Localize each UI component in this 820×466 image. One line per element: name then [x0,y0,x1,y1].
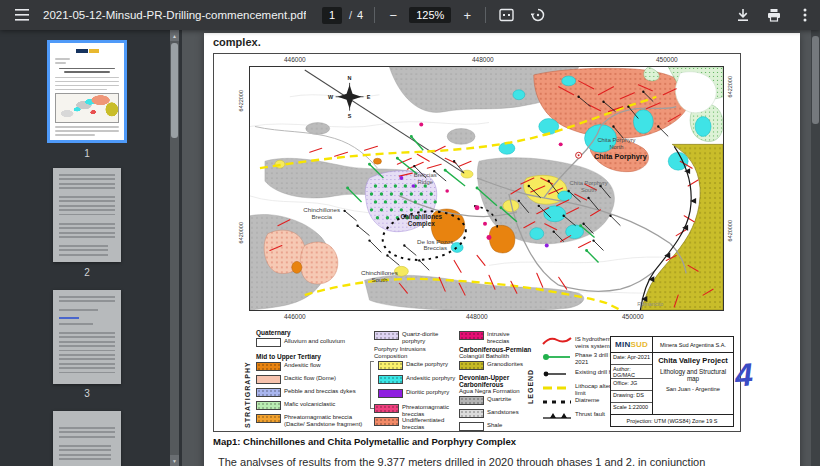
legend-label: Dioritic porphyry [406,389,461,396]
legend-subheader: Porphyry Intrusions Composition [374,346,444,359]
zoom-in-button[interactable]: + [460,8,474,23]
toolbar-divider [485,7,486,23]
map-coord: 6420000 [238,222,244,243]
lithocap-symbol [542,383,572,393]
sidebar-scroll-up-icon[interactable]: ▲ [170,30,179,41]
legend-swatch [459,331,484,340]
legend-axis-label: LEGEND [527,344,534,404]
legend-label: Alluvium and colluvium [284,338,370,345]
map-label: Romancito [637,301,663,307]
page-count: 4 [357,9,363,21]
stratigraphy-axis-label: STRATIGRAPHY [244,332,251,428]
title-block-meta: Date: Apr-2021 Author: DG/MAC Office: JG… [611,353,653,414]
legend-label: Sandstones [487,409,533,416]
diatreme-symbol [542,397,572,407]
compass-s: S [348,113,352,119]
map-label: Breccia [311,213,332,220]
download-icon[interactable] [734,6,752,24]
page-divider: / [349,9,352,21]
main-scrollbar-thumb[interactable] [812,36,819,124]
thrust-fault-symbol [542,411,572,421]
porphyry-bracket [370,361,374,409]
page-number-input[interactable]: 1 [322,7,342,24]
legend-swatch [256,375,281,384]
legend-label: Dacitic flow (Dome) [284,375,370,382]
map-figure: 446000 448000 450000 446000 448000 45000… [213,53,741,432]
map-coord: 446000 [284,313,306,320]
legend-swatch [374,404,399,413]
geological-map: N W E S Breccias Ridge Chinchillones Bre… [249,66,724,311]
legend-label: Andesitic porphyry [406,375,461,382]
legend-swatch [256,388,281,397]
legend-swatch [256,414,281,423]
toolbar-divider [374,7,375,23]
map-label: Chinchillones [400,213,442,220]
legend-label: Intrusive breccias [487,331,533,344]
pdf-page: complex. 446000 448000 450000 446000 448… [204,33,800,466]
main-scrollbar[interactable] [811,30,820,466]
legend-label: Undifferentiated breccias [402,417,464,430]
veins-symbol [542,336,572,346]
map-label: Breccias [423,245,447,252]
compass-w: W [328,94,334,100]
legend-swatch [459,422,484,431]
thumbnail-logo [55,49,119,53]
fit-page-icon[interactable] [497,6,515,24]
legend-swatch [374,417,399,426]
thumbnail-page-4[interactable] [53,411,121,466]
rotate-icon[interactable] [529,6,547,24]
zoom-out-button[interactable]: − [386,8,400,23]
print-icon[interactable] [765,6,783,24]
legend-label: Phreatomagmatic breccias [402,404,464,417]
thumbnail-page-1[interactable] [47,40,127,143]
thumbnail-page-2[interactable] [53,168,121,262]
map-office: Office: JG [611,379,652,391]
map-label: Chita Porphyry [570,180,608,186]
thumbnail-label-1: 1 [47,148,127,159]
map-coord: 450000 [656,56,678,63]
sidebar-scrollbar-thumb[interactable] [171,43,178,138]
legend-label: Andesitic flow [284,362,370,369]
company-name: Minera Sud Argentina S.A. [653,337,733,352]
map-drawing: Drawing: DS [611,391,652,403]
map-label: Chita Porphyry [597,137,635,143]
sidebar-scroll-down-icon[interactable]: ▼ [170,455,179,466]
menu-icon[interactable] [13,6,31,24]
legend-group-title: Quaternary [256,329,291,336]
compass-e: E [367,94,371,100]
legend-group-title: Devonian-Upper Carboniferous [459,374,521,388]
map-label: North [609,144,623,150]
map-label: Chinchillones [303,206,340,213]
annotation-mark: 4 [734,358,754,391]
map-location: San Juan - Argentine [653,386,733,392]
map-scale: Scale 1:22000 [611,403,652,414]
map-coord: 6422000 [727,76,733,97]
legend-swatch [256,401,281,410]
zoom-level[interactable]: 125% [409,7,451,23]
map-name: Lithology and Structural map [653,368,733,382]
legend-label: Mafic volcaniclastic [284,401,370,408]
document-viewport: complex. 446000 448000 450000 446000 448… [182,30,820,466]
thumbnail-label-3: 3 [47,388,127,399]
pdf-viewer-window: 2021-05-12-Minsud-PR-Drilling-commenceme… [0,0,820,466]
legend-label: Dacite porphyry [406,361,461,368]
legend-swatch [256,362,281,371]
legend-swatch [378,389,403,398]
map-label: South [581,187,596,193]
more-options-icon[interactable] [796,6,814,24]
toolbar-center-controls: 1 / 4 − 125% + [322,0,547,30]
map-label: Ridge [417,179,433,185]
legend-label: Pebble and breccias dykes [284,388,370,395]
map-label: Breccias [414,172,437,178]
legend-label: Shale [487,422,533,429]
legend-group-title: Mid to Upper Tertiary [256,353,321,360]
map-projection: Projection: UTM (WGS84) Zone 19 S [611,414,733,426]
thumbnail-sidebar: 1 2 3 ▲ ▼ [0,30,182,466]
legend-swatch [374,331,399,340]
map-label: De los Pozos [417,238,453,245]
thumbnail-page-3[interactable] [53,290,121,384]
sidebar-scrollbar[interactable]: ▲ ▼ [170,30,179,466]
map-coord: 6422000 [238,90,244,111]
project-name: Chita Valley Project [653,356,733,365]
map-date: Date: Apr-2021 [611,353,652,365]
